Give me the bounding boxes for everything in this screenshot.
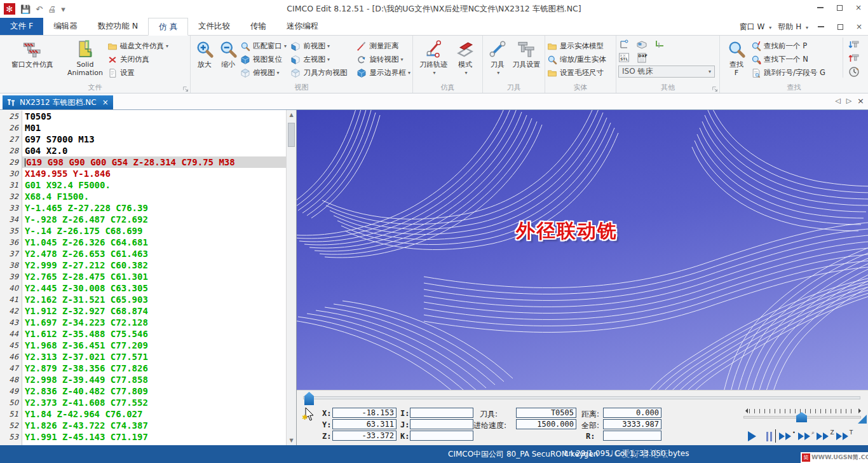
code-text[interactable]: Y1.84 Z-42.964 C76.027 <box>22 408 286 420</box>
step-operation-button[interactable]: ⌕ <box>799 429 814 444</box>
code-line[interactable]: 30 X149.955 Y-1.846 <box>0 168 286 179</box>
measure-distance-button[interactable]: 测量距离 <box>356 39 410 53</box>
code-text[interactable]: Y1.612 Z-35.488 C75.546 <box>22 328 286 340</box>
code-area[interactable]: 25 T0505 26 M01 27 G97 S7000 M13 28 G04 … <box>0 111 286 445</box>
doc-restore-button[interactable] <box>834 20 846 33</box>
machine-view-icon[interactable] <box>636 39 648 50</box>
code-text[interactable]: Y1.912 Z-32.927 C68.874 <box>22 305 286 317</box>
panel-resize-grip[interactable] <box>858 415 867 424</box>
code-line[interactable]: 27 G97 S7000 M13 <box>0 134 286 145</box>
code-line[interactable]: 43 Y1.697 Z-34.223 C72.128 <box>0 317 286 328</box>
code-text[interactable]: X68.4 F1500. <box>22 191 286 202</box>
tab-close-icon[interactable]: × <box>102 98 109 107</box>
stock-size-button[interactable]: 设置毛坯尺寸 <box>547 66 606 79</box>
code-text[interactable]: G04 X2.0 <box>22 145 286 156</box>
tab-file[interactable]: 文件 F <box>0 18 43 35</box>
code-text[interactable]: Y-.928 Z-26.487 C72.692 <box>22 214 286 225</box>
code-line[interactable]: 28 G04 X2.0 <box>0 145 286 156</box>
tab-mini-programming[interactable]: 迷你编程 <box>276 18 329 35</box>
code-line[interactable]: 39 Y2.765 Z-28.475 C61.301 <box>0 271 286 282</box>
scroll-down-icon[interactable]: ▼ <box>287 436 296 445</box>
progress-slider-thumb[interactable] <box>304 392 314 405</box>
zoom-out-button[interactable]: 缩小 <box>217 38 241 69</box>
nc-code-editor[interactable]: 25 T0505 26 M01 27 G97 S7000 M13 28 G04 … <box>0 110 297 445</box>
file-group-launcher-icon[interactable] <box>182 85 189 92</box>
code-text[interactable]: Y1.826 Z-43.722 C74.387 <box>22 420 286 431</box>
code-line[interactable]: 51 Y1.84 Z-42.964 C76.027 <box>0 408 286 420</box>
code-line[interactable]: 32 X68.4 F1500. <box>0 191 286 202</box>
close-button[interactable]: × <box>849 0 868 15</box>
cimco-logo-icon[interactable]: ✻ <box>4 3 15 15</box>
top-view-button[interactable]: 俯视图▾ <box>240 66 290 79</box>
rescale-solid-button[interactable]: 缩放/重生实体 <box>547 53 606 66</box>
settings-button[interactable]: 设置 <box>107 66 168 79</box>
scroll-up-icon[interactable]: ▲ <box>287 110 296 120</box>
code-text[interactable]: M01 <box>22 122 286 134</box>
code-text[interactable]: Y2.373 Z-41.608 C77.552 <box>22 397 286 408</box>
tab-nc-functions[interactable]: 数控功能 N <box>88 18 148 35</box>
tab-transfer[interactable]: 传输 <box>240 18 276 35</box>
find-button[interactable]: 查找 F <box>722 38 751 78</box>
code-text[interactable]: G19 G98 G90 G00 G54 Z-28.314 C79.75 M38 <box>22 156 286 168</box>
disk-file-sim-button[interactable]: 磁盘文件仿真▾ <box>107 39 168 53</box>
code-text[interactable]: Y2.836 Z-40.482 C77.809 <box>22 385 286 397</box>
show-solid-button[interactable]: 显示实体模型 <box>547 39 606 53</box>
scrollbar-thumb[interactable] <box>288 123 295 147</box>
code-line[interactable]: 29 G19 G98 G90 G00 G54 Z-28.314 C79.75 M… <box>0 156 286 168</box>
tab-file-compare[interactable]: 文件比较 <box>188 18 240 35</box>
pause-button[interactable] <box>761 429 776 444</box>
code-line[interactable]: 53 Y1.991 Z-45.143 C71.197 <box>0 431 286 443</box>
close-sim-button[interactable]: 关闭仿真 <box>107 53 168 66</box>
code-text[interactable]: Y1.991 Z-45.143 C71.197 <box>22 431 286 443</box>
left-view-button[interactable]: 左视图▾ <box>290 53 356 66</box>
code-text[interactable]: Y-.14 Z-26.175 C68.699 <box>22 225 286 237</box>
help-menu[interactable]: 帮助 H ▾ <box>778 22 808 32</box>
window-menu[interactable]: 窗口 W ▾ <box>740 22 772 32</box>
stl-export-icon[interactable] <box>618 52 630 64</box>
code-text[interactable]: T0505 <box>22 111 286 122</box>
previous-tool-change-icon[interactable] <box>848 53 860 64</box>
r-value-field[interactable] <box>603 431 661 441</box>
code-text[interactable]: Y2.879 Z-38.356 C77.826 <box>22 363 286 374</box>
axis-setup-icon[interactable] <box>618 39 630 50</box>
code-text[interactable]: Y2.478 Z-26.653 C61.463 <box>22 248 286 259</box>
step-z-button[interactable]: Z <box>818 429 833 444</box>
minimize-button[interactable] <box>811 0 830 15</box>
code-text[interactable]: Y1.045 Z-26.326 C64.681 <box>22 237 286 248</box>
j-value-field[interactable] <box>410 419 473 429</box>
undo-icon[interactable]: ↶ <box>36 4 43 14</box>
window-file-sim-button[interactable]: 窗口文件仿真 <box>2 38 63 69</box>
editor-scrollbar[interactable]: ▲ ▼ <box>286 110 296 445</box>
doc-minimize-button[interactable] <box>815 20 827 33</box>
tab-simulation[interactable]: 仿 真 <box>148 18 188 36</box>
y-value-field[interactable]: 63.311 <box>332 419 397 429</box>
tool-button[interactable]: 刀具▾ <box>485 38 510 78</box>
rotate-view-button[interactable]: 旋转视图▾ <box>356 53 410 66</box>
code-line[interactable]: 26 M01 <box>0 122 286 134</box>
code-line[interactable]: 33 Y-1.465 Z-27.228 C76.39 <box>0 202 286 214</box>
code-line[interactable]: 31 G01 X92.4 F5000. <box>0 179 286 191</box>
code-line[interactable]: 46 Y2.313 Z-37.021 C77.571 <box>0 351 286 363</box>
code-line[interactable]: 37 Y2.478 Z-26.653 C61.463 <box>0 248 286 259</box>
code-line[interactable]: 52 Y1.826 Z-43.722 C74.387 <box>0 420 286 431</box>
tab-bar-close-icon[interactable]: × <box>857 96 864 106</box>
z-value-field[interactable]: -33.372 <box>332 431 397 441</box>
code-text[interactable]: Y2.998 Z-39.449 C77.858 <box>22 374 286 385</box>
zoom-in-button[interactable]: 放大 <box>193 38 217 69</box>
step-tool-button[interactable]: T <box>837 429 852 444</box>
code-line[interactable]: 48 Y2.998 Z-39.449 C77.858 <box>0 374 286 385</box>
solid-animation-button[interactable]: Solid Animation <box>63 38 107 78</box>
code-line[interactable]: 35 Y-.14 Z-26.175 C68.699 <box>0 225 286 237</box>
document-tab[interactable]: NX2312 车铣图档.NC × <box>3 95 113 109</box>
code-line[interactable]: 25 T0505 <box>0 111 286 122</box>
code-text[interactable]: Y-1.465 Z-27.228 C76.39 <box>22 202 286 214</box>
code-line[interactable]: 42 Y1.912 Z-32.927 C68.874 <box>0 305 286 317</box>
code-line[interactable]: 38 Y2.999 Z-27.212 C60.382 <box>0 259 286 271</box>
doc-close-button[interactable]: × <box>853 20 865 33</box>
speed-slower-icon[interactable] <box>743 408 748 413</box>
tab-editor[interactable]: 编辑器 <box>43 18 88 35</box>
front-view-button[interactable]: 前视图▾ <box>290 39 356 53</box>
code-line[interactable]: 50 Y2.373 Z-41.608 C77.552 <box>0 397 286 408</box>
total-value-field[interactable]: 3333.987 <box>603 419 661 429</box>
machine-type-select[interactable]: ISO 铣床▾ <box>618 66 715 78</box>
